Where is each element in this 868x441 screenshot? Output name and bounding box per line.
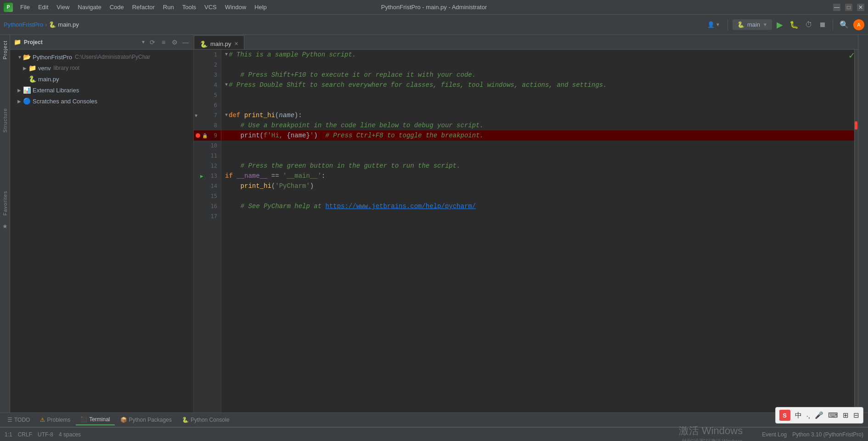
ime-punct-icon[interactable]: ·, [806, 412, 810, 419]
maximize-button[interactable]: □ [845, 4, 852, 11]
code-lines[interactable]: ▼ # This is a sample Python script. # Pr… [221, 50, 854, 413]
tree-venv-sublabel: library root [53, 65, 79, 71]
status-event-log[interactable]: Event Log [762, 431, 787, 438]
debug-button[interactable]: 🐛 [788, 18, 800, 31]
user-button[interactable]: 👤 ▼ [705, 20, 723, 29]
user-icon: 👤 [707, 21, 715, 28]
ime-chinese-mode[interactable]: 中 [795, 411, 802, 420]
menu-run[interactable]: Run [159, 3, 178, 11]
menu-edit[interactable]: Edit [34, 3, 52, 11]
menu-vcs[interactable]: VCS [201, 3, 220, 11]
gutter-line-3: 3 [194, 70, 221, 80]
code-container[interactable]: ✓ 1 2 3 4 5 6 7 ▼ 8 🔒 9 10 [194, 50, 858, 413]
profile-button[interactable]: ⏱ [803, 19, 814, 31]
tab-close-icon[interactable]: ✕ [234, 41, 238, 47]
run-arrow-icon[interactable]: ▶ [200, 173, 203, 179]
breadcrumb-project[interactable]: PythonFristPro [4, 21, 43, 28]
menu-help[interactable]: Help [251, 3, 271, 11]
code-line-7: ▼ def print_hi(name): [221, 110, 854, 120]
menu-code[interactable]: Code [106, 3, 128, 11]
tree-extlibs-label: External Libraries [33, 87, 79, 94]
editor-tab-mainpy[interactable]: 🐍 main.py ✕ [194, 35, 244, 49]
favorites-side-tab[interactable]: Favorites [0, 187, 10, 219]
ime-brand-icon[interactable]: S [779, 410, 790, 421]
fold-icon: ▼ [225, 110, 228, 120]
folder-options-button[interactable]: ⚙ [170, 38, 179, 46]
app-icon: P [4, 3, 13, 12]
ime-toolbar: S 中 ·, 🎤 ⌨ ⊞ ⊟ [775, 407, 863, 424]
tree-venv-label: venv [38, 65, 51, 72]
minimize-button[interactable]: — [833, 4, 840, 11]
ime-more-icon[interactable]: ⊟ [853, 411, 859, 419]
project-breadcrumb[interactable]: PythonFristPro › 🐍 main.py [4, 21, 79, 28]
collapse-all-button[interactable]: ≡ [159, 38, 168, 46]
code-line-13: if __name__ == '__main__': [221, 171, 854, 181]
run-button[interactable]: ▶ [775, 18, 785, 32]
gutter-line-8: 8 [194, 120, 221, 130]
window-title: PythonFristPro - main.py - Administrator [381, 4, 487, 11]
code-line-11 [221, 151, 854, 161]
project-side-tab[interactable]: Project [0, 37, 10, 63]
editor-area: 🐍 main.py ✕ ✓ 1 2 3 4 5 6 7 ▼ 8 [194, 35, 858, 413]
scratches-icon: 🔵 [23, 97, 31, 105]
status-indent[interactable]: 4 spaces [59, 431, 81, 438]
tree-arrow-icon: ▶ [17, 88, 23, 93]
user-avatar[interactable]: A [853, 19, 864, 30]
tree-root-item[interactable]: ▼ 📂 PythonFristPro C:\Users\Administrato… [10, 51, 193, 62]
run-config-selector[interactable]: 🐍 main ▼ [733, 19, 772, 30]
code-line-8: # Use a breakpoint in the code line belo… [221, 120, 854, 130]
gutter-line-2: 2 [194, 60, 221, 70]
tab-problems-label: Problems [47, 417, 70, 423]
sync-button[interactable]: ⟳ [148, 38, 157, 46]
bottom-panel: ☰ TODO ⚠ Problems ⬛ Terminal 📦 Python Pa… [0, 413, 868, 441]
status-position[interactable]: 1:1 [5, 431, 12, 438]
status-python-version[interactable]: Python 3.10 (PythonFristPro) [792, 431, 863, 438]
tree-extlibs-item[interactable]: ▶ 📊 External Libraries [10, 85, 193, 96]
ime-voice-icon[interactable]: 🎤 [815, 411, 823, 419]
tab-python-packages[interactable]: 📦 Python Packages [116, 415, 176, 425]
menu-tools[interactable]: Tools [179, 3, 200, 11]
tab-terminal[interactable]: ⬛ Terminal [76, 414, 114, 425]
code-line-9: print(f'Hi, {name}') # Press Ctrl+F8 to … [221, 130, 854, 141]
watermark: 激活 Windows 转到"设置"以激活 Windows [679, 424, 743, 441]
tree-venv-item[interactable]: ▶ 📁 venv library root [10, 62, 193, 74]
menu-refactor[interactable]: Refactor [129, 3, 158, 11]
stop-button[interactable]: ⏹ [817, 19, 828, 31]
tree-scratches-label: Scratches and Consoles [33, 98, 97, 105]
menu-window[interactable]: Window [221, 3, 250, 11]
tree-root-label: PythonFristPro [33, 54, 72, 61]
menu-navigate[interactable]: Navigate [74, 3, 105, 11]
tab-problems[interactable]: ⚠ Problems [35, 415, 75, 425]
gutter-line-6: 6 [194, 100, 221, 110]
warning-icon: ⚠ [40, 417, 45, 423]
breadcrumb-file[interactable]: main.py [58, 21, 79, 28]
gutter-line-11: 11 [194, 151, 221, 161]
ime-grid-icon[interactable]: ⊞ [843, 411, 849, 419]
fold-icon: ▼ [225, 50, 228, 60]
menu-view[interactable]: View [53, 3, 73, 11]
folder-icon: 📁 [28, 64, 36, 72]
gutter-line-13: ▶ 13 [194, 171, 221, 181]
star-icon[interactable]: ★ [2, 223, 8, 230]
status-encoding[interactable]: UTF-8 [38, 431, 53, 438]
structure-side-tab[interactable]: Structure [0, 104, 10, 136]
tab-filename: main.py [210, 40, 231, 47]
menu-bar: File Edit View Navigate Code Refactor Ru… [17, 3, 271, 11]
search-button[interactable]: 🔍 [838, 18, 851, 31]
tree-arrow-icon: ▼ [17, 55, 23, 60]
close-button[interactable]: ✕ [857, 4, 864, 11]
breakpoint-dot[interactable] [196, 133, 200, 138]
tab-todo[interactable]: ☰ TODO [3, 415, 34, 425]
tree-scratches-item[interactable]: ▶ 🔵 Scratches and Consoles [10, 96, 193, 107]
tree-mainpy-item[interactable]: 🐍 main.py [10, 74, 193, 85]
fold-icon: ▼ [225, 80, 228, 90]
panel-close-button[interactable]: — [181, 38, 190, 46]
ime-keyboard-icon[interactable]: ⌨ [828, 411, 838, 419]
terminal-icon: ⬛ [80, 416, 87, 423]
tab-python-console[interactable]: 🐍 Python Console [177, 415, 234, 425]
python-icon: 🐍 [737, 21, 744, 28]
menu-file[interactable]: File [17, 3, 34, 11]
status-crlf[interactable]: CRLF [18, 431, 32, 438]
code-line-6 [221, 100, 854, 110]
gutter-line-7: 7 ▼ [194, 110, 221, 120]
